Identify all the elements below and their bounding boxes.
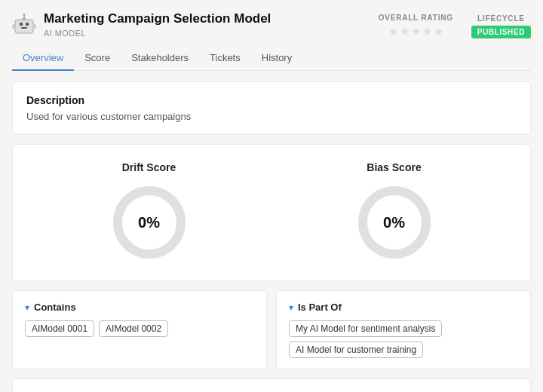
star-3: ★ [411,25,421,38]
rating-label: OVERALL RATING [379,14,453,22]
tab-history[interactable]: History [251,46,302,71]
star-4: ★ [422,25,432,38]
star-1: ★ [388,25,398,38]
tab-tickets[interactable]: Tickets [199,46,251,71]
is-part-of-title: Is Part Of [298,302,342,313]
bias-score-value: 0% [383,214,405,231]
contains-title: Contains [34,302,76,313]
bias-score-label: Bias Score [367,161,421,173]
header-left: Marketing Campaign Selection Model AI MO… [12,11,271,38]
tab-bar: Overview Score Stakeholders Tickets Hist… [12,46,531,71]
svg-point-6 [23,14,26,16]
is-part-of-tag-0[interactable]: My AI Model for sentiment analysis [289,320,442,337]
drift-score-label: Drift Score [122,161,176,173]
page-header: Marketing Campaign Selection Model AI MO… [12,11,531,38]
title-block: Marketing Campaign Selection Model AI MO… [44,11,271,38]
lifecycle-badge: PUBLISHED [471,26,531,38]
svg-rect-8 [33,24,36,29]
svg-rect-4 [23,17,26,20]
lifecycle-label: LIFECYCLE [477,14,525,23]
tab-score[interactable]: Score [74,46,121,71]
svg-rect-3 [21,27,27,29]
tab-overview[interactable]: Overview [12,46,74,71]
lifecycle-block: LIFECYCLE PUBLISHED [471,14,531,38]
svg-rect-0 [15,20,33,33]
tab-stakeholders[interactable]: Stakeholders [121,46,199,71]
svg-rect-1 [20,23,23,26]
star-5: ★ [434,25,443,38]
stakeholders-card: Stakeholders EU Example User Governance … [12,378,531,392]
bias-donut: 0% [353,181,436,264]
star-2: ★ [400,25,410,38]
is-part-of-header: ▾ Is Part Of [289,302,518,313]
description-card: Description Used for various customer ca… [12,81,531,135]
drift-donut: 0% [108,181,191,264]
model-icon [12,12,36,36]
relations-row: ▾ Contains AIModel 0001 AIModel 0002 ▾ I… [12,290,531,369]
contains-header: ▾ Contains [25,302,254,313]
contains-tag-1[interactable]: AIModel 0002 [99,320,168,337]
model-subtitle: AI MODEL [44,29,271,38]
drift-score-item: Drift Score 0% [108,161,191,264]
description-title: Description [26,94,517,106]
overall-rating-block: OVERALL RATING ★ ★ ★ ★ ★ [379,14,453,38]
svg-rect-7 [12,24,15,29]
is-part-of-tags: My AI Model for sentiment analysis AI Mo… [289,320,518,358]
bias-score-item: Bias Score 0% [353,161,436,264]
scores-card: Drift Score 0% Bias Score 0% [12,144,531,281]
contains-card: ▾ Contains AIModel 0001 AIModel 0002 [12,290,267,369]
star-rating: ★ ★ ★ ★ ★ [388,25,443,38]
header-right: OVERALL RATING ★ ★ ★ ★ ★ LIFECYCLE PUBLI… [379,14,531,38]
drift-score-value: 0% [138,214,160,231]
svg-rect-2 [26,23,29,26]
contains-tag-0[interactable]: AIModel 0001 [25,320,94,337]
contains-chevron-icon: ▾ [25,302,29,313]
model-title: Marketing Campaign Selection Model [44,11,271,27]
is-part-of-card: ▾ Is Part Of My AI Model for sentiment a… [276,290,531,369]
description-text: Used for various customer campaigns [26,111,517,122]
is-part-of-tag-1[interactable]: AI Model for customer training [289,341,423,358]
is-part-of-chevron-icon: ▾ [289,302,293,313]
contains-tags: AIModel 0001 AIModel 0002 [25,320,254,337]
